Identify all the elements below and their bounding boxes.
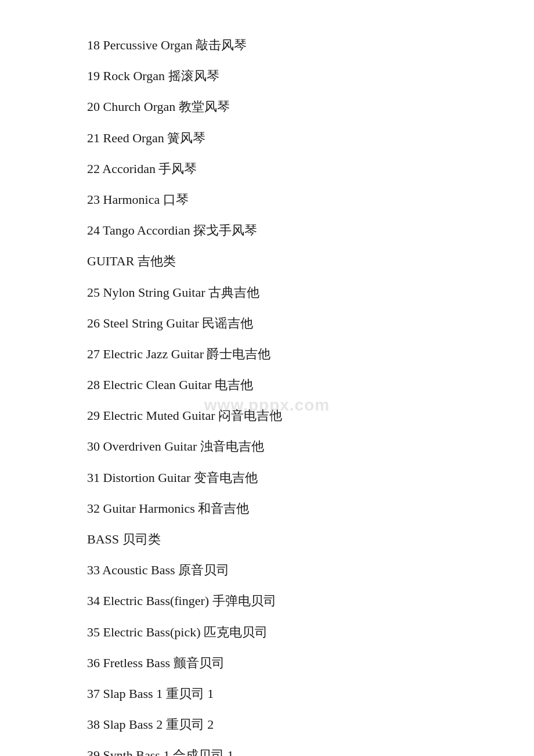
item-18: 18 Percussive Organ 敲击风琴 [87, 35, 488, 55]
item-37: 37 Slap Bass 1 重贝司 1 [87, 683, 488, 704]
item-22: 22 Accoridan 手风琴 [87, 159, 488, 179]
cat-guitar: GUITAR 吉他类 [87, 251, 488, 271]
item-27: 27 Electric Jazz Guitar 爵士电吉他 [87, 344, 488, 364]
cat-bass: BASS 贝司类 [87, 529, 488, 549]
item-21: 21 Reed Organ 簧风琴 [87, 128, 488, 148]
item-39: 39 Synth Bass 1 合成贝司 1 [87, 745, 488, 756]
item-31: 31 Distortion Guitar 变音电吉他 [87, 467, 488, 488]
item-28: 28 Electric Clean Guitar 电吉他 [87, 375, 488, 395]
item-24: 24 Tango Accordian 探戈手风琴 [87, 220, 488, 240]
item-35: 35 Electric Bass(pick) 匹克电贝司 [87, 622, 488, 642]
item-19: 19 Rock Organ 摇滚风琴 [87, 66, 488, 86]
item-38: 38 Slap Bass 2 重贝司 2 [87, 714, 488, 735]
item-26: 26 Steel String Guitar 民谣吉他 [87, 313, 488, 333]
item-23: 23 Harmonica 口琴 [87, 189, 488, 210]
item-33: 33 Acoustic Bass 原音贝司 [87, 560, 488, 580]
item-36: 36 Fretless Bass 颤音贝司 [87, 653, 488, 673]
item-34: 34 Electric Bass(finger) 手弹电贝司 [87, 591, 488, 611]
item-30: 30 Overdriven Guitar 浊音电吉他 [87, 436, 488, 456]
item-32: 32 Guitar Harmonics 和音吉他 [87, 498, 488, 519]
item-20: 20 Church Organ 教堂风琴 [87, 96, 488, 117]
content-area: 18 Percussive Organ 敲击风琴19 Rock Organ 摇滚… [0, 0, 534, 756]
item-29: 29 Electric Muted Guitar 闷音电吉他 [87, 405, 488, 426]
item-25: 25 Nylon String Guitar 古典吉他 [87, 282, 488, 303]
